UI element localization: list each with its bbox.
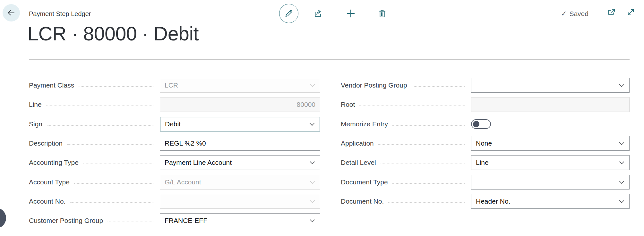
field-label-cell: Memorize Entry bbox=[341, 120, 471, 128]
field-label-accounting-type: Accounting Type bbox=[29, 159, 79, 166]
field-control-cell bbox=[471, 175, 630, 190]
field-row-description: DescriptionREGL %2 %0 bbox=[29, 134, 320, 153]
field-label-cell: Description bbox=[29, 139, 160, 147]
field-label-account-no: Account No. bbox=[29, 198, 65, 205]
field-control-cell: G/L Account bbox=[160, 175, 320, 190]
chevron-down-icon bbox=[310, 198, 315, 203]
field-label-memorize-entry: Memorize Entry bbox=[341, 120, 388, 128]
dropdown-account-type: G/L Account bbox=[160, 175, 320, 190]
field-label-cell: Account Type bbox=[29, 178, 160, 186]
field-value: 80000 bbox=[160, 101, 320, 108]
dropdown-customer-posting-group[interactable]: FRANCE-EFF bbox=[160, 213, 320, 228]
field-control-cell: REGL %2 %0 bbox=[160, 136, 320, 151]
save-status-label: Saved bbox=[569, 10, 588, 18]
share-button[interactable] bbox=[312, 7, 325, 20]
save-status: ✓ Saved bbox=[561, 9, 588, 18]
field-value: Line bbox=[471, 159, 629, 166]
toggle-memorize-entry[interactable] bbox=[471, 119, 491, 129]
field-label-cell: Line bbox=[29, 101, 160, 108]
field-value: None bbox=[471, 139, 629, 147]
dropdown-accounting-type[interactable]: Payment Line Account bbox=[160, 155, 320, 170]
new-button[interactable] bbox=[344, 7, 357, 20]
field-label-vendor-posting-group: Vendor Posting Group bbox=[341, 81, 407, 89]
open-in-new-window-button[interactable] bbox=[606, 6, 617, 18]
field-label-cell: Customer Posting Group bbox=[29, 217, 160, 224]
back-button[interactable] bbox=[3, 4, 20, 21]
field-control-cell: FRANCE-EFF bbox=[160, 213, 320, 228]
field-label-description: Description bbox=[29, 139, 63, 147]
field-control-cell: Payment Line Account bbox=[160, 155, 320, 170]
expand-icon bbox=[626, 7, 636, 17]
plus-icon bbox=[345, 8, 356, 19]
field-value: LCR bbox=[160, 81, 320, 89]
field-row-application: ApplicationNone bbox=[341, 134, 630, 153]
record-title: LCR · 80000 · Debit bbox=[28, 22, 199, 45]
field-label-root: Root bbox=[341, 101, 355, 108]
dropdown-payment-class: LCR bbox=[160, 78, 320, 93]
delete-button[interactable] bbox=[376, 7, 389, 20]
back-arrow-icon bbox=[6, 8, 16, 18]
field-label-cell: Sign bbox=[29, 120, 160, 128]
field-label-cell: Document Type bbox=[341, 178, 471, 186]
field-label-account-type: Account Type bbox=[29, 178, 70, 186]
dropdown-account-no bbox=[160, 194, 320, 209]
input-line: 80000 bbox=[160, 97, 320, 112]
field-row-vendor-posting-group: Vendor Posting Group bbox=[341, 76, 630, 95]
page-caption: Payment Step Ledger bbox=[29, 10, 91, 18]
field-value: Payment Line Account bbox=[160, 159, 320, 166]
edit-button[interactable] bbox=[279, 4, 298, 23]
field-row-sign: SignDebit bbox=[29, 114, 320, 134]
dropdown-document-no[interactable]: Header No. bbox=[471, 194, 630, 209]
field-control-cell bbox=[471, 97, 630, 112]
pencil-icon bbox=[284, 8, 294, 19]
chevron-down-icon bbox=[619, 82, 624, 87]
field-row-line: Line80000 bbox=[29, 95, 320, 114]
field-row-account-type: Account TypeG/L Account bbox=[29, 172, 320, 191]
dropdown-vendor-posting-group[interactable] bbox=[471, 78, 630, 93]
field-label-sign: Sign bbox=[29, 120, 42, 128]
field-value: REGL %2 %0 bbox=[160, 139, 320, 147]
field-value: G/L Account bbox=[160, 178, 320, 186]
field-label-cell: Vendor Posting Group bbox=[341, 81, 471, 89]
dotted-leader bbox=[412, 86, 465, 87]
field-row-payment-class: Payment ClassLCR bbox=[29, 76, 320, 95]
form-column-left: Payment ClassLCRLine80000SignDebitDescri… bbox=[29, 76, 320, 230]
field-row-account-no: Account No. bbox=[29, 192, 320, 211]
field-row-detail-level: Detail LevelLine bbox=[341, 153, 630, 172]
field-row-document-type: Document Type bbox=[341, 172, 630, 191]
field-label-payment-class: Payment Class bbox=[29, 81, 74, 89]
field-label-cell: Application bbox=[341, 139, 471, 147]
field-label-cell: Payment Class bbox=[29, 81, 160, 89]
field-value: Header No. bbox=[471, 198, 629, 205]
field-control-cell: None bbox=[471, 136, 630, 151]
field-label-cell: Root bbox=[341, 101, 471, 108]
field-control-cell: Header No. bbox=[471, 194, 630, 209]
dotted-leader bbox=[67, 144, 153, 145]
form-column-right: Vendor Posting GroupRootMemorize EntryAp… bbox=[341, 76, 630, 211]
input-description[interactable]: REGL %2 %0 bbox=[160, 136, 320, 151]
field-label-cell: Detail Level bbox=[341, 159, 471, 166]
field-row-root: Root bbox=[341, 95, 630, 114]
dotted-leader bbox=[388, 202, 465, 203]
input-root bbox=[471, 97, 630, 112]
field-row-document-no: Document No.Header No. bbox=[341, 192, 630, 211]
field-label-customer-posting-group: Customer Posting Group bbox=[29, 217, 103, 224]
field-label-detail-level: Detail Level bbox=[341, 159, 376, 166]
dropdown-document-type[interactable] bbox=[471, 175, 630, 190]
field-label-cell: Document No. bbox=[341, 198, 471, 205]
title-divider bbox=[29, 59, 630, 60]
field-value: Debit bbox=[160, 120, 320, 128]
field-label-document-no: Document No. bbox=[341, 198, 384, 205]
dotted-leader bbox=[378, 144, 465, 145]
field-value: FRANCE-EFF bbox=[160, 217, 320, 224]
toggle-knob bbox=[473, 121, 479, 127]
dropdown-application[interactable]: None bbox=[471, 136, 630, 151]
dotted-leader bbox=[83, 164, 153, 164]
floating-circle-button[interactable] bbox=[0, 208, 6, 228]
field-control-cell: Debit bbox=[160, 117, 320, 131]
expand-button[interactable] bbox=[625, 6, 637, 18]
dotted-leader bbox=[47, 125, 153, 126]
dropdown-sign[interactable]: Debit bbox=[160, 117, 320, 131]
dotted-leader bbox=[79, 86, 153, 87]
dropdown-detail-level[interactable]: Line bbox=[471, 155, 630, 170]
